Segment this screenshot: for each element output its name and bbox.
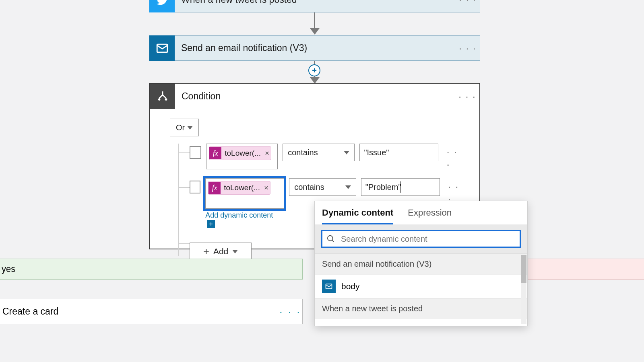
mail-icon — [322, 280, 336, 293]
add-dynamic-content-link[interactable]: Add dynamic content + — [205, 211, 284, 228]
operator-label: contains — [288, 148, 318, 157]
tree-branch — [178, 152, 190, 153]
tab-expression[interactable]: Expression — [408, 208, 452, 224]
dynamic-item-body[interactable]: body — [315, 274, 527, 298]
fx-icon: fx — [208, 182, 221, 194]
condition-header[interactable]: Condition · · · — [150, 84, 479, 109]
row-menu[interactable]: · · · — [446, 146, 463, 171]
create-card-title: Create a card — [0, 306, 278, 317]
dynamic-tabs: Dynamic content Expression — [315, 201, 527, 224]
email-action-menu[interactable]: · · · — [456, 43, 480, 54]
tree-branch — [178, 187, 190, 188]
flow-canvas: When a new tweet is posted · · · Send an… — [0, 0, 644, 362]
email-action-card[interactable]: Send an email notification (V3) · · · — [149, 35, 480, 61]
yes-label: yes — [2, 264, 15, 274]
dynamic-section-header: When a new tweet is posted — [315, 298, 527, 319]
fx-icon: fx — [209, 147, 221, 159]
expression-chip[interactable]: fx toLower(... × — [208, 181, 270, 195]
search-field[interactable] — [340, 234, 516, 244]
condition-row: fx toLower(... × contains · · · — [178, 144, 463, 171]
insert-step-button[interactable]: + — [308, 64, 320, 76]
svg-point-1 — [328, 236, 333, 241]
dynamic-section-header: Send an email notification (V3) — [315, 253, 527, 274]
add-button-label: Add — [213, 247, 228, 256]
condition-title: Condition — [175, 91, 455, 102]
condition-menu[interactable]: · · · — [455, 91, 479, 102]
connector-arrow — [314, 12, 315, 29]
scrollbar-thumb[interactable] — [521, 255, 526, 283]
group-operator-label: Or — [176, 123, 185, 132]
dynamic-list: Send an email notification (V3) body Whe… — [315, 253, 527, 326]
chevron-down-icon — [344, 151, 349, 154]
right-value-input[interactable] — [359, 144, 438, 161]
tab-dynamic-content[interactable]: Dynamic content — [322, 208, 393, 224]
group-operator-dropdown[interactable]: Or — [170, 119, 199, 136]
yes-branch-header[interactable]: yes — [0, 259, 303, 280]
trigger-card[interactable]: When a new tweet is posted · · · — [149, 0, 480, 12]
dynamic-search-input[interactable] — [321, 230, 521, 248]
condition-icon — [150, 84, 175, 109]
arrow-head-icon — [310, 28, 320, 35]
trigger-menu[interactable]: · · · — [456, 0, 480, 6]
chevron-down-icon — [232, 250, 238, 253]
dynamic-content-panel: Dynamic content Expression Send an email… — [314, 201, 528, 326]
create-card-action[interactable]: Create a card · · · — [0, 299, 303, 324]
mail-icon — [149, 35, 175, 61]
remove-expression-button[interactable]: × — [264, 183, 268, 192]
row-checkbox[interactable] — [190, 146, 201, 159]
remove-expression-button[interactable]: × — [265, 149, 269, 158]
plus-icon: + — [207, 220, 215, 228]
chevron-down-icon — [345, 185, 351, 189]
expression-text: toLower(... — [225, 149, 261, 158]
add-condition-button[interactable]: + Add — [190, 243, 252, 260]
dynamic-item-label: body — [341, 282, 360, 291]
tree-branch — [178, 243, 190, 244]
left-value-input[interactable]: fx toLower(... × — [205, 178, 284, 209]
email-action-title: Send an email notification (V3) — [175, 43, 456, 53]
trigger-title: When a new tweet is posted — [175, 0, 456, 5]
twitter-icon — [149, 0, 175, 12]
plus-icon: + — [203, 245, 209, 258]
left-value-input[interactable]: fx toLower(... × — [206, 144, 278, 169]
expression-text: toLower(... — [224, 183, 260, 192]
create-card-menu[interactable]: · · · — [278, 305, 302, 318]
text-cursor — [400, 181, 401, 193]
svg-line-2 — [332, 240, 334, 242]
expression-chip[interactable]: fx toLower(... × — [209, 146, 271, 160]
operator-dropdown[interactable]: contains — [289, 178, 356, 196]
operator-dropdown[interactable]: contains — [283, 144, 355, 161]
row-checkbox[interactable] — [190, 181, 200, 193]
chevron-down-icon — [187, 126, 193, 130]
operator-label: contains — [294, 183, 324, 192]
search-icon — [326, 234, 335, 243]
